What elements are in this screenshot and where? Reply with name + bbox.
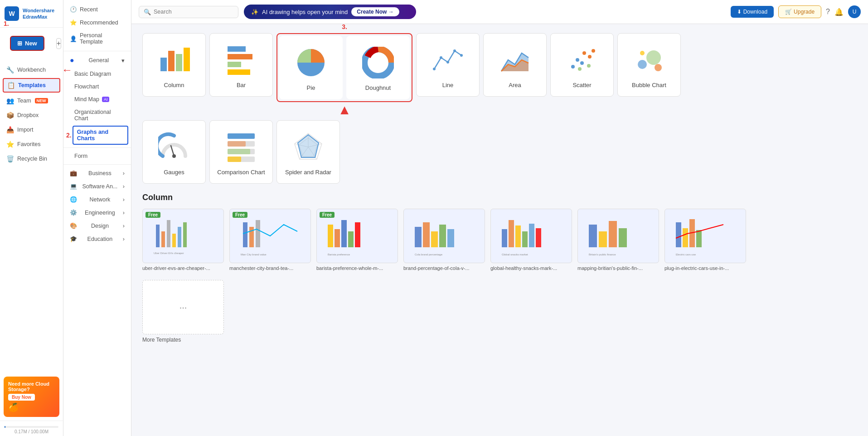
template-card-5[interactable]: Global snacks market global-healthy-snac…	[490, 209, 572, 271]
svg-rect-69	[509, 220, 514, 247]
svg-rect-50	[183, 222, 187, 247]
template-thumb-4: Cola brand percentage	[403, 209, 485, 263]
svg-point-28	[172, 154, 176, 158]
section-network[interactable]: 🌐 Network ›	[63, 193, 131, 206]
second-nav-recommended[interactable]: ⭐ Recommended	[63, 16, 131, 29]
svg-text:Global snacks market: Global snacks market	[502, 253, 528, 256]
svg-point-18	[580, 61, 584, 65]
comparison-label: Comparison Chart	[217, 169, 265, 176]
education-chevron: ›	[123, 236, 125, 242]
svg-rect-80	[676, 222, 681, 247]
chart-type-line[interactable]: Line	[416, 33, 480, 97]
recent-label: Recent	[80, 6, 98, 13]
more-templates-card[interactable]: ···	[142, 280, 224, 334]
sidebar-item-dropbox[interactable]: 📦 Dropbox	[0, 108, 63, 122]
second-nav-mind-map[interactable]: Mind Map AI	[63, 93, 131, 106]
general-chevron: ▾	[121, 57, 125, 64]
second-nav-graphs-charts[interactable]: Graphs and Charts	[73, 126, 128, 145]
second-nav-flowchart[interactable]: Flowchart	[63, 80, 131, 93]
chart-type-spider[interactable]: Spider and Radar	[276, 120, 340, 184]
second-nav-personal[interactable]: 👤 Personal Template	[63, 29, 131, 48]
chart-type-comparison[interactable]: Comparison Chart	[209, 120, 273, 184]
doughnut-label: Doughnut	[365, 84, 391, 91]
create-now-button[interactable]: Create Now →	[351, 7, 399, 16]
sidebar-item-import[interactable]: 📥 Import	[0, 122, 63, 137]
sidebar-item-workbench[interactable]: 🔧 Workbench	[0, 63, 63, 77]
search-box[interactable]: 🔍	[139, 6, 238, 18]
template-card-1[interactable]: Free Uber Driver EVs cheaper	[142, 209, 224, 271]
chart-type-doughnut[interactable]: Doughnut	[346, 36, 410, 99]
template-card-6[interactable]: Britain's public finance mapping-britian…	[577, 209, 659, 271]
dropbox-icon: 📦	[6, 112, 14, 119]
upgrade-button[interactable]: 🛒 Upgrade	[778, 5, 821, 18]
cloud-promo-title: Need more Cloud Storage?	[8, 381, 55, 392]
template-thumb-7: Electric cars use	[664, 209, 746, 263]
sidebar-item-templates[interactable]: 📋 Templates	[3, 78, 60, 93]
template-card-4[interactable]: Cola brand percentage brand-percentage-o…	[403, 209, 485, 271]
line-label: Line	[442, 82, 454, 88]
sidebar-item-recycle[interactable]: 🗑️ Recycle Bin	[0, 152, 63, 166]
second-nav-recent[interactable]: 🕐 Recent	[63, 3, 131, 16]
svg-rect-83	[696, 230, 702, 247]
sidebar-label-recycle: Recycle Bin	[17, 156, 47, 162]
template-thumb-2: Free Man City brand value	[229, 209, 311, 263]
svg-rect-72	[529, 224, 534, 247]
chart-type-scatter[interactable]: Scatter	[550, 33, 614, 97]
chart-type-column[interactable]: Column	[142, 33, 206, 97]
bell-icon[interactable]: 🔔	[834, 8, 844, 16]
template-card-7[interactable]: Electric cars use plug-in-electric-cars-…	[664, 209, 746, 271]
help-icon[interactable]: ?	[826, 8, 830, 16]
template-grid: Free Uber Driver EVs cheaper	[142, 209, 857, 271]
svg-rect-77	[609, 221, 617, 247]
chart-type-bar[interactable]: Bar	[209, 33, 273, 97]
download-button[interactable]: ⬇ Download	[731, 6, 774, 18]
user-avatar[interactable]: U	[848, 5, 861, 18]
sidebar-item-favorites[interactable]: ⭐ Favorites	[0, 137, 63, 152]
section-engineering[interactable]: ⚙️ Engineering ›	[63, 206, 131, 219]
sidebar-nav: 🔧 Workbench 📋 Templates 👥 Team NEW 📦 Dro…	[0, 59, 63, 373]
personal-icon: 👤	[70, 35, 77, 42]
ai-sparkle-icon: ✨	[251, 9, 258, 15]
svg-rect-63	[423, 222, 430, 247]
team-new-badge: NEW	[35, 98, 48, 103]
svg-rect-65	[439, 225, 446, 247]
new-button[interactable]: ⊞ New	[10, 36, 44, 51]
second-nav-form[interactable]: Form	[63, 150, 131, 162]
favorites-icon: ⭐	[6, 141, 14, 148]
topbar: 🔍 ✨ AI drawing helps open your mind Crea…	[131, 0, 868, 24]
logo-icon: W	[5, 6, 19, 21]
add-button[interactable]: +	[56, 38, 61, 49]
chart-type-gauges[interactable]: Gauges	[142, 120, 206, 184]
search-input[interactable]	[154, 9, 226, 15]
template-card-3[interactable]: Free Barista preference barista-preferen…	[316, 209, 398, 271]
second-nav-basic-diagram[interactable]: Basic Diagram	[63, 68, 131, 80]
storage-section: 0.17M / 100.00M	[0, 421, 63, 436]
chart-type-section: Column Bar	[142, 33, 857, 184]
app-logo[interactable]: W WondershareEdrawMax	[0, 0, 63, 28]
section-education[interactable]: 🎓 Education ›	[63, 232, 131, 245]
sidebar-label-favorites: Favorites	[17, 141, 40, 147]
section-software[interactable]: 💻 Software An... ›	[63, 180, 131, 193]
svg-text:Electric cars use: Electric cars use	[676, 253, 696, 256]
second-nav-org-chart[interactable]: Organizational Chart	[63, 106, 131, 125]
svg-rect-7	[228, 69, 250, 75]
storage-text: 0.17M / 100.00M	[5, 429, 58, 434]
personal-label: Personal Template	[80, 32, 125, 45]
chart-type-bubble[interactable]: Bubble Chart	[617, 33, 681, 97]
second-sidebar: 🕐 Recent ⭐ Recommended 👤 Personal Templa…	[63, 0, 131, 436]
template-card-2[interactable]: Free Man City brand value manchester-cit…	[229, 209, 311, 271]
svg-point-22	[578, 67, 582, 71]
buy-now-button[interactable]: Buy Now	[8, 394, 35, 401]
section-general[interactable]: ● General ▾	[63, 53, 131, 68]
svg-rect-48	[172, 234, 176, 247]
svg-point-19	[582, 51, 586, 55]
svg-rect-81	[683, 228, 688, 247]
section-design[interactable]: 🎨 Design ›	[63, 219, 131, 232]
section-business[interactable]: 💼 Business ›	[63, 167, 131, 180]
chart-type-area[interactable]: Area	[483, 33, 547, 97]
mind-map-label: Mind Map	[74, 96, 99, 103]
sidebar-item-team[interactable]: 👥 Team NEW	[0, 93, 63, 108]
free-badge-2: Free	[233, 212, 247, 218]
chart-type-pie[interactable]: Pie	[279, 36, 343, 99]
recommended-label: Recommended	[80, 20, 118, 26]
